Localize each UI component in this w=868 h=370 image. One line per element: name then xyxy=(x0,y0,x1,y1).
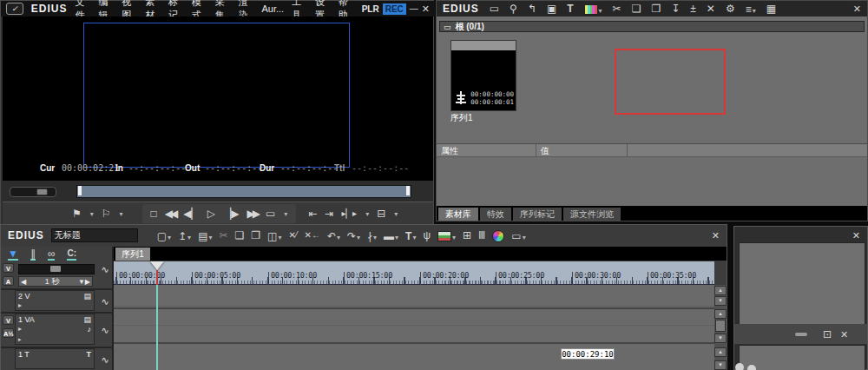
tab-source-browser[interactable]: 源文件浏览 xyxy=(563,208,621,221)
scroll-up-icon[interactable]: ▲ xyxy=(714,309,727,319)
track-height-slider[interactable] xyxy=(18,264,95,274)
transition-icon[interactable]: ▬▾ xyxy=(384,228,398,243)
copy-icon[interactable]: ❏ xyxy=(632,2,641,16)
timescale-left-icon[interactable]: ◀ xyxy=(21,278,26,286)
play-button[interactable]: ▷ xyxy=(207,207,215,221)
rewind-button[interactable]: ◀◀ xyxy=(165,207,175,221)
property-column-header[interactable]: 属性 xyxy=(437,144,536,156)
insert-between-icon[interactable]: ◫▾ xyxy=(267,228,281,243)
copy-clip-icon[interactable]: ❏ xyxy=(235,228,245,242)
ripple-delete-icon[interactable]: ✕← xyxy=(305,228,320,242)
razor-icon[interactable]: ∤▾ xyxy=(367,228,377,243)
timescale-dropdown-icon[interactable]: ▼▶ xyxy=(78,278,90,286)
va-audio-channel-badge[interactable]: A½ xyxy=(3,328,14,338)
expand-icon[interactable]: ▸ xyxy=(18,325,22,333)
timeline-scrollbar[interactable]: ▲ ▼ ▲ ▼ ▲ ▼ xyxy=(714,285,727,370)
chase-icon-1va[interactable]: ∿ xyxy=(98,325,112,336)
export-button[interactable]: ⊟ xyxy=(377,207,385,221)
delete-icon[interactable]: ✕ xyxy=(707,2,715,16)
shuttle-thumb[interactable] xyxy=(36,188,48,195)
color-wheel-icon[interactable] xyxy=(492,228,504,243)
timeline-close-button[interactable]: ✕ xyxy=(712,228,720,242)
set-in-dropdown-icon[interactable]: ▾ xyxy=(90,210,94,218)
sync-mode-icon[interactable]: ∥ xyxy=(30,248,36,261)
next-frame-button[interactable]: ▕▶ xyxy=(223,207,239,221)
tab-bin[interactable]: 素材库 xyxy=(438,208,478,221)
track-height-thumb[interactable] xyxy=(50,266,61,272)
new-sequence-icon[interactable]: ▢▾ xyxy=(157,228,171,243)
set-out-flag-icon[interactable]: ⚐ xyxy=(102,207,111,221)
project-title-field[interactable]: 无标题 xyxy=(51,228,138,242)
layouter-icon[interactable]: ▭▾ xyxy=(511,228,525,243)
previous-frame-button[interactable]: ◀▏ xyxy=(183,207,199,221)
side-panel-close-button[interactable]: ✕ xyxy=(852,228,860,242)
undo-icon[interactable]: ↶▾ xyxy=(327,228,340,243)
bin-close-button[interactable]: ✕ xyxy=(853,2,861,16)
scroll-down-icon[interactable]: ▼ xyxy=(714,334,727,343)
export-dropdown-icon[interactable]: ▾ xyxy=(394,210,398,218)
splitter-handle[interactable] xyxy=(795,333,807,336)
goto-in-button[interactable]: ⇤ xyxy=(308,207,317,221)
redo-icon[interactable]: ↷▾ xyxy=(347,228,360,243)
properties-icon[interactable]: ⚙ xyxy=(726,2,735,16)
position-marker-end[interactable] xyxy=(406,186,410,195)
paste-clip-icon[interactable]: ❐ xyxy=(251,228,260,242)
scroll-thumb[interactable] xyxy=(715,320,726,332)
set-in-flag-icon[interactable]: ⚑ xyxy=(72,207,82,221)
expand-icon[interactable]: ▸ xyxy=(18,301,22,309)
scroll-down-icon[interactable]: ▼ xyxy=(714,296,727,306)
menu-audio[interactable]: Aur... xyxy=(261,3,284,14)
chase-icon-2v[interactable]: ∿ xyxy=(98,296,112,307)
chase-icon[interactable]: ∿ xyxy=(98,264,112,275)
va-video-mute-badge[interactable]: V xyxy=(3,315,14,325)
ripple-mode-icon[interactable]: ∞ xyxy=(48,248,56,261)
goto-out-button[interactable]: ⇥ xyxy=(325,207,333,221)
multicam-grid-icon[interactable]: ⊞ xyxy=(463,228,471,242)
clip-name-label[interactable]: 序列1 xyxy=(450,112,473,124)
tab-sequence-marker[interactable]: 序列标记 xyxy=(513,208,562,221)
playhead-handle[interactable] xyxy=(150,261,164,270)
record-mode-icon[interactable]: C: xyxy=(67,248,76,261)
value-column-header[interactable]: 值 xyxy=(536,144,628,156)
view-mode-icon[interactable]: ≡▾ xyxy=(746,1,756,17)
track-1va[interactable]: 1 VA ▤ ▸ ♪ ▸ xyxy=(15,314,95,345)
capture-add-icon[interactable]: ▣ xyxy=(547,2,556,16)
save-project-icon[interactable]: ▤▾ xyxy=(198,228,212,243)
panel-clear-icon[interactable]: ✕ xyxy=(840,327,848,341)
track-patch-icon[interactable]: ▼ xyxy=(8,248,18,261)
video-patch-badge[interactable]: V xyxy=(3,263,14,273)
colorbars-icon[interactable]: ▾ xyxy=(584,1,602,17)
voiceover-mic-icon[interactable]: ψ xyxy=(423,228,431,242)
plus-minus-icon[interactable]: ± xyxy=(690,2,696,16)
play-around-dropdown-icon[interactable]: ▾ xyxy=(365,210,369,218)
search-icon[interactable]: ⚲ xyxy=(510,2,517,16)
folder-up-icon[interactable]: ↰ xyxy=(528,2,536,16)
cut-icon[interactable]: ✂ xyxy=(613,2,621,16)
display-mode-icon[interactable]: ▭ xyxy=(266,207,275,221)
title-create-icon[interactable]: T▾ xyxy=(405,228,416,243)
stop-button[interactable]: □ xyxy=(151,207,157,221)
panel-properties-icon[interactable]: ⊡ xyxy=(823,327,832,341)
audio-mixer-icon[interactable]: Ⅲ xyxy=(478,228,485,242)
plr-mode-button[interactable]: PLR xyxy=(362,4,379,14)
bin-case-icon[interactable]: ▦ xyxy=(766,2,776,16)
bin-folder-header[interactable]: ▭ 根 (0/1) xyxy=(439,21,865,32)
tab-effects[interactable]: 特效 xyxy=(480,208,511,221)
play-around-cursor-button[interactable]: ▸▏▸ xyxy=(341,207,357,221)
close-button[interactable]: ✕ xyxy=(422,2,430,16)
timescale-selector[interactable]: ◀ 1 秒 ▼▶ xyxy=(18,276,93,287)
expand-icon[interactable]: ▸ xyxy=(18,336,22,343)
set-out-dropdown-icon[interactable]: ▾ xyxy=(120,210,123,218)
display-dropdown-icon[interactable]: ▾ xyxy=(284,210,287,218)
audio-patch-badge[interactable]: A xyxy=(3,276,14,286)
speaker-icon[interactable]: ♪ xyxy=(88,325,92,334)
track-1t[interactable]: 1 T T xyxy=(15,348,95,369)
scroll-up-icon[interactable]: ▲ xyxy=(714,347,727,357)
timeline-ruler[interactable]: 00:00:00:00 00:00:05:00 00:00:10:00 00:0… xyxy=(114,261,714,285)
folder-icon[interactable]: ▭ xyxy=(490,2,499,16)
fast-forward-button[interactable]: ▶▶ xyxy=(247,207,257,221)
sequence-clip-thumbnail[interactable]: 00:00:00:00 00:00:00:01 xyxy=(450,40,516,111)
scroll-down-icon[interactable]: ▼ xyxy=(714,360,727,370)
title-tool-icon[interactable]: T xyxy=(567,2,573,16)
shuttle-slider[interactable] xyxy=(10,187,56,197)
